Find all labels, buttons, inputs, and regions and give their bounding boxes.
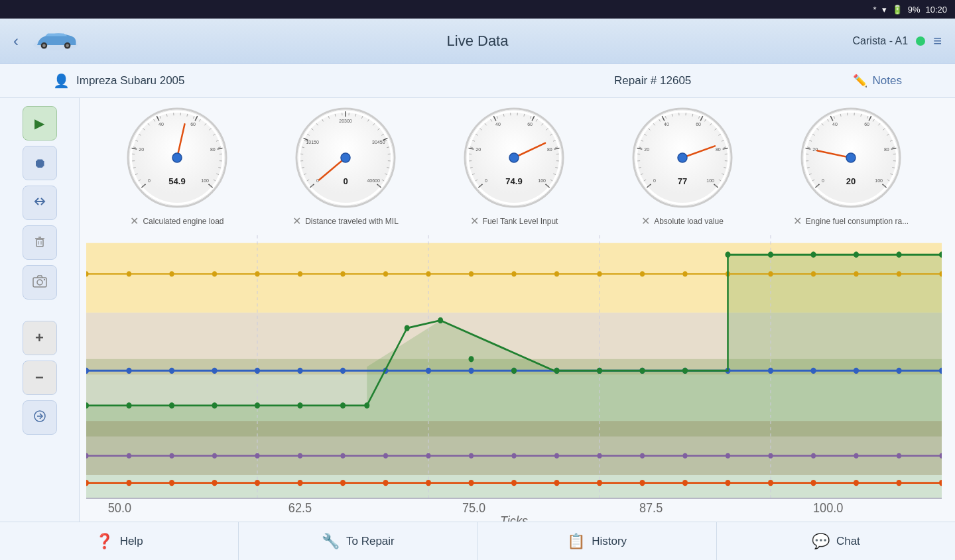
- svg-text:0: 0: [653, 178, 656, 183]
- svg-text:100.0: 100.0: [813, 500, 843, 516]
- svg-point-354: [364, 402, 369, 408]
- vehicle-name: Impreza Subaru 2005: [76, 74, 185, 87]
- gauge-remove-button[interactable]: ✕: [793, 215, 802, 227]
- zoom-out-button[interactable]: −: [23, 361, 57, 395]
- connection-label: Carista - A1: [853, 35, 909, 47]
- svg-point-294: [511, 453, 516, 459]
- svg-text:60: 60: [527, 122, 533, 127]
- status-bar: * ▾ 🔋 9% 10:20: [0, 0, 955, 19]
- line-chart: 50.0 62.5 75.0 87.5 100.0 Ticks: [86, 235, 942, 522]
- svg-text:0: 0: [485, 178, 487, 183]
- svg-point-107: [341, 153, 350, 162]
- svg-point-298: [682, 453, 687, 459]
- svg-text:62.5: 62.5: [288, 500, 312, 516]
- svg-text:80: 80: [716, 147, 721, 152]
- history-icon: 📋: [567, 533, 585, 550]
- svg-text:60: 60: [696, 122, 701, 127]
- record-button[interactable]: ⏺: [23, 146, 57, 180]
- bottom-nav: ❓ Help 🔧 To Repair 📋 History 💬 Chat: [0, 522, 955, 560]
- gauge-label: Calculated engine load: [143, 217, 223, 226]
- svg-text:75.0: 75.0: [462, 500, 485, 516]
- svg-text:50.0: 50.0: [108, 500, 131, 516]
- svg-text:0: 0: [316, 178, 319, 183]
- svg-text:60: 60: [864, 122, 869, 127]
- svg-point-303: [897, 453, 901, 459]
- svg-point-361: [639, 368, 645, 374]
- svg-text:100: 100: [875, 178, 883, 183]
- svg-text:60: 60: [190, 122, 196, 127]
- svg-point-251: [846, 153, 856, 162]
- svg-text:40: 40: [664, 122, 669, 127]
- delete-button[interactable]: [23, 225, 57, 260]
- svg-text:54.9: 54.9: [168, 176, 185, 186]
- svg-text:10150: 10150: [306, 140, 319, 144]
- connection-status-dot: [916, 36, 925, 46]
- gauge-remove-button[interactable]: ✕: [470, 215, 479, 227]
- svg-rect-6: [36, 239, 43, 247]
- help-label: Help: [120, 535, 143, 548]
- svg-point-308: [212, 368, 217, 374]
- split-button[interactable]: [23, 186, 57, 220]
- svg-point-352: [297, 402, 302, 408]
- zoom-in-button[interactable]: +: [23, 321, 57, 355]
- gauge-remove-button[interactable]: ✕: [641, 215, 650, 227]
- svg-point-306: [126, 368, 131, 374]
- svg-point-339: [640, 271, 645, 276]
- gauge-remove-button[interactable]: ✕: [292, 215, 301, 227]
- svg-text:40600: 40600: [367, 178, 380, 183]
- svg-text:100: 100: [538, 178, 546, 183]
- svg-point-267: [255, 480, 260, 486]
- svg-point-360: [597, 368, 602, 374]
- help-nav-item[interactable]: ❓ Help: [0, 522, 239, 560]
- car-icon: [29, 27, 82, 56]
- to-repair-nav-item[interactable]: 🔧 To Repair: [239, 522, 478, 560]
- svg-point-281: [854, 480, 859, 486]
- gauge-label-row: ✕ Engine fuel consumption ra...: [793, 215, 909, 227]
- svg-point-12: [37, 280, 42, 285]
- record-icon: ⏺: [33, 156, 46, 171]
- battery-level: 9%: [908, 5, 921, 15]
- gauge-remove-button[interactable]: ✕: [130, 215, 139, 227]
- svg-point-265: [169, 480, 174, 486]
- back-button[interactable]: ‹: [13, 32, 19, 50]
- play-button[interactable]: ▶: [23, 106, 57, 140]
- gauge-g3: 020406080100 74.9 ✕ Fuel Tank Level Inpu…: [430, 105, 598, 227]
- notes-button[interactable]: ✏️ Notes: [853, 74, 902, 88]
- svg-point-350: [212, 402, 217, 408]
- svg-point-367: [896, 252, 901, 258]
- reset-view-button[interactable]: [23, 400, 57, 435]
- to-repair-label: To Repair: [346, 535, 395, 548]
- svg-text:80: 80: [884, 147, 889, 152]
- gauge-label-row: ✕ Fuel Tank Level Input: [470, 215, 558, 227]
- gauge-g4: 020406080100 77 ✕ Absolute load value: [598, 105, 767, 227]
- svg-point-277: [682, 480, 688, 486]
- camera-button[interactable]: [23, 265, 57, 300]
- menu-button[interactable]: ≡: [933, 32, 942, 50]
- gauge-label: Absolute load value: [654, 217, 724, 226]
- user-icon: 👤: [53, 73, 70, 89]
- history-nav-item[interactable]: 📋 History: [478, 522, 717, 560]
- svg-point-289: [298, 453, 302, 459]
- svg-text:0: 0: [148, 178, 151, 183]
- svg-point-13: [43, 278, 44, 280]
- gauge-dial: 020406080100 74.9: [461, 105, 567, 211]
- svg-point-348: [126, 402, 131, 408]
- svg-point-292: [426, 453, 430, 459]
- svg-point-310: [297, 368, 302, 374]
- svg-point-314: [468, 368, 474, 374]
- svg-point-336: [511, 271, 516, 276]
- chat-nav-item[interactable]: 💬 Chat: [717, 522, 955, 560]
- svg-point-264: [126, 480, 131, 486]
- svg-text:0: 0: [822, 178, 824, 183]
- split-icon: [32, 194, 47, 212]
- svg-point-328: [169, 271, 174, 276]
- gauge-label-row: ✕ Distance traveled with MIL: [292, 215, 399, 227]
- svg-point-288: [255, 453, 259, 459]
- plus-icon: +: [35, 329, 44, 347]
- camera-icon: [32, 274, 48, 292]
- svg-point-285: [127, 453, 131, 459]
- svg-point-343: [811, 271, 816, 276]
- svg-text:40: 40: [832, 122, 838, 127]
- chart-area: 020406080100 54.9 ✕ Calculated engine lo…: [80, 98, 955, 522]
- battery-icon: 🔋: [892, 5, 903, 15]
